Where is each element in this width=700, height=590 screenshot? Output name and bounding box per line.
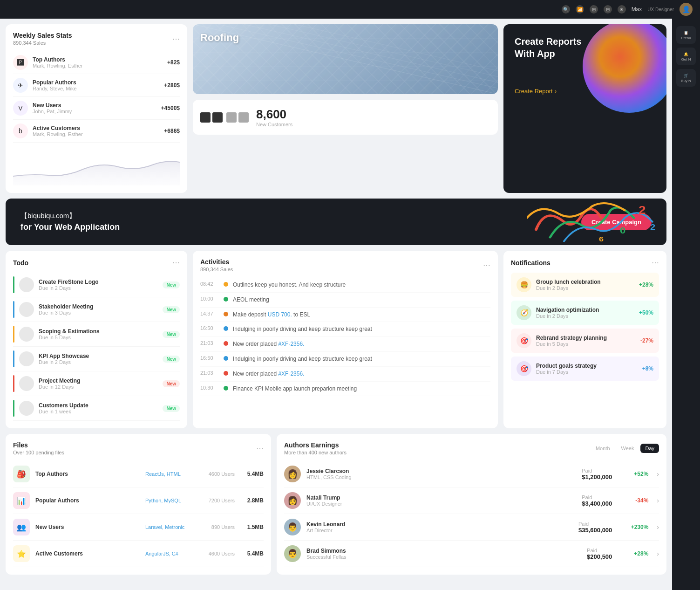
- avatar[interactable]: 👤: [680, 3, 693, 16]
- earnings-amount: $35,600,000: [578, 527, 612, 534]
- activity-dot: [224, 282, 228, 287]
- activity-link[interactable]: #XF-2356.: [278, 341, 304, 347]
- activity-link[interactable]: #XF-2356.: [278, 370, 304, 377]
- chevron-right-icon[interactable]: ›: [657, 497, 659, 504]
- activity-item: 21:03 New order placed #XF-2356.: [200, 337, 490, 352]
- activity-time: 16:50: [200, 325, 219, 331]
- stats-list: 🅿 Top Authors Mark, Rowling, Esther +82$…: [13, 51, 180, 143]
- activity-text: Indulging in poorly driving and keep str…: [233, 355, 372, 363]
- file-tech: ReactJs, HTML: [145, 471, 192, 477]
- user-info[interactable]: Max UX Designer: [632, 6, 674, 13]
- chevron-right-icon[interactable]: ›: [657, 470, 659, 478]
- weekly-stats-menu[interactable]: ⋯: [172, 34, 180, 43]
- earnings-pct: +28%: [625, 550, 648, 557]
- activity-item: 16:50 Indulging in poorly driving and ke…: [200, 352, 490, 367]
- files-card: Files Over 100 pending files ⋯ 🎒 Top Aut…: [6, 434, 271, 575]
- row-stats: Weekly Sales Stats 890,344 Sales ⋯ 🅿 Top…: [6, 24, 666, 193]
- notification-item[interactable]: 🍔 Group lunch celebration Due in 2 Days …: [511, 273, 659, 297]
- svg-line-2: [218, 24, 498, 94]
- todo-color-indicator: [13, 375, 14, 392]
- file-users: 890 Users: [197, 524, 235, 530]
- layout-icon[interactable]: ⊟: [604, 5, 612, 14]
- notification-item[interactable]: 🧭 Navigation optimization Due in 2 Days …: [511, 301, 659, 325]
- file-size: 1.5MB: [240, 524, 264, 530]
- activity-text: New order placed #XF-2356.: [233, 370, 304, 378]
- todo-avatar: [19, 277, 34, 292]
- earnings-info: Natali Trump UI/UX Designer: [306, 494, 576, 507]
- activities-menu[interactable]: ⋯: [483, 261, 490, 270]
- sidebar-right-icon: 🔔: [678, 52, 694, 56]
- activity-item: 08:42 Outlines keep you honest. And keep…: [200, 278, 490, 293]
- sidebar-right: 📋 Prebu 🔔 Get H 🛒 Buy N: [672, 19, 700, 590]
- todo-avatar: [19, 327, 34, 342]
- file-icon: 📊: [13, 492, 30, 509]
- todo-item-title: Scoping & Estimations: [39, 328, 158, 335]
- todo-title: Todo: [13, 259, 28, 267]
- row-middle: Todo ⋯ Create FireStone Logo Due in 2 Da…: [6, 251, 666, 428]
- create-reports-card: Create ReportsWith App Create Report ›: [503, 24, 666, 193]
- files-menu[interactable]: ⋯: [256, 444, 264, 453]
- earnings-subtitle: More than 400 new authors: [284, 450, 591, 455]
- earnings-amount: $3,400,000: [582, 500, 612, 507]
- todo-list: Create FireStone Logo Due in 2 Days New …: [13, 273, 180, 421]
- campaign-brand: 【biqubiqu.com】: [20, 212, 570, 220]
- todo-item-due: Due in 3 Days: [39, 310, 158, 316]
- tab-day[interactable]: Day: [640, 444, 659, 453]
- chevron-right-icon[interactable]: ›: [657, 523, 659, 531]
- activity-time: 14:37: [200, 311, 219, 316]
- user-name: Max: [632, 6, 642, 13]
- todo-item: Project Meeting Due in 12 Days New: [13, 371, 180, 396]
- todo-item: KPI App Showcase Due in 2 Days New: [13, 347, 180, 371]
- activity-dot: [224, 297, 228, 302]
- earnings-role: Art Director: [306, 528, 573, 533]
- campaign-decoration: 2 0 2 6: [527, 199, 666, 245]
- todo-item-title: Stakeholder Meeting: [39, 303, 158, 310]
- todo-menu[interactable]: ⋯: [172, 258, 180, 267]
- earnings-item: 👨 Brad Simmons Successful Fellas Paid $2…: [284, 541, 659, 567]
- notification-item[interactable]: 🎯 Rebrand strategy planning Due in 5 Day…: [511, 329, 659, 353]
- activity-link[interactable]: USD 700.: [268, 311, 292, 318]
- activity-dot: [224, 326, 228, 331]
- popular-authors-icon: ✈: [13, 78, 28, 93]
- active-customers-icon: b: [13, 123, 28, 138]
- file-name: New Users: [35, 524, 140, 530]
- new-customers-count: 8,600: [256, 107, 292, 122]
- nc-icons: [200, 112, 249, 123]
- todo-info: Scoping & Estimations Due in 5 Days: [39, 328, 158, 340]
- stat-new-users: V New Users John, Pat, Jimmy +4500$: [13, 97, 180, 120]
- file-tech: Laravel, Metronic: [145, 524, 192, 530]
- todo-badge: New: [163, 281, 180, 288]
- brightness-icon[interactable]: ☀: [618, 5, 626, 14]
- file-icon: 🎒: [13, 466, 30, 482]
- sidebar-right-label: Get H: [678, 57, 694, 62]
- sidebar-right-item-prebu[interactable]: 📋 Prebu: [676, 26, 696, 44]
- earnings-name: Brad Simmons: [306, 548, 581, 554]
- earnings-role: UI/UX Designer: [306, 501, 576, 507]
- file-tech: AngularJS, C#: [145, 551, 192, 556]
- notification-item[interactable]: 🎯 Product goals strategy Due in 7 Days +…: [511, 357, 659, 381]
- notifications-menu[interactable]: ⋯: [652, 258, 659, 267]
- todo-item-due: Due in 2 Days: [39, 359, 158, 365]
- notif-icon: 🎯: [517, 333, 531, 348]
- file-size: 5.4MB: [240, 471, 264, 477]
- notifications-card: Notifications ⋯ 🍔 Group lunch celebratio…: [503, 251, 666, 428]
- activity-dot: [224, 341, 228, 346]
- search-icon[interactable]: 🔍: [562, 5, 570, 14]
- sidebar-right-item-geth[interactable]: 🔔 Get H: [676, 48, 696, 65]
- tab-week[interactable]: Week: [617, 444, 639, 453]
- earnings-title: Authors Earnings: [284, 441, 591, 449]
- activity-text: Finance KPI Mobile app launch preparion …: [233, 385, 357, 393]
- svg-text:2: 2: [650, 222, 655, 231]
- earnings-role: HTML, CSS Coding: [306, 474, 576, 480]
- nc-icon-dark: [200, 112, 211, 123]
- file-name: Active Customers: [35, 550, 140, 557]
- activity-text: Outlines keep you honest. And keep struc…: [233, 281, 346, 289]
- grid-icon[interactable]: ⊞: [590, 5, 598, 14]
- tab-month[interactable]: Month: [591, 444, 615, 453]
- chevron-right-icon[interactable]: ›: [657, 550, 659, 557]
- todo-badge: New: [163, 306, 180, 313]
- stat-popular-authors: ✈ Popular Authors Randy, Steve, Mike +28…: [13, 74, 180, 97]
- file-size: 2.8MB: [240, 497, 264, 504]
- stat-users: John, Pat, Jimmy: [33, 109, 156, 114]
- sidebar-right-item-buyn[interactable]: 🛒 Buy N: [676, 69, 696, 87]
